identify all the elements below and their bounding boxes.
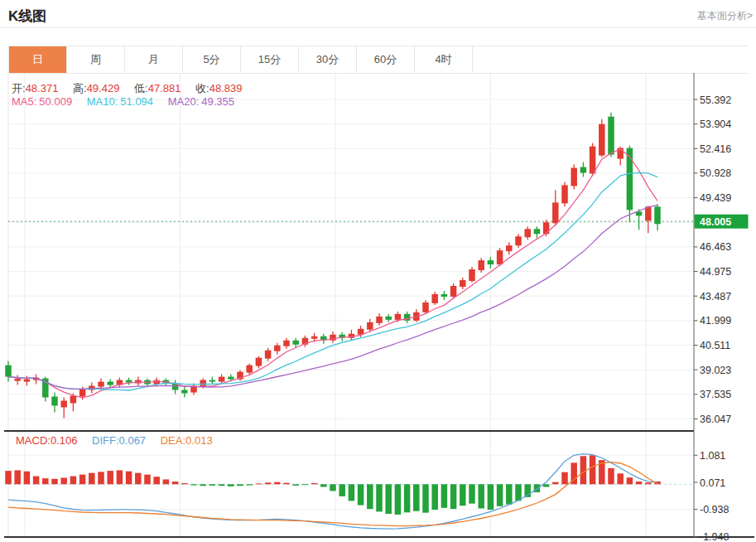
candle-body <box>645 206 652 220</box>
macd-hist-bar <box>395 484 402 515</box>
macd-hist-bar <box>256 483 262 484</box>
candle-body <box>478 260 484 270</box>
candle-body <box>385 317 392 320</box>
candle-body <box>70 396 77 404</box>
macd-hist-bar <box>219 484 225 486</box>
diff-label: DIFF: <box>92 434 119 447</box>
candle-body <box>209 380 216 382</box>
candle-body <box>24 380 31 382</box>
price-axis-label: 49.439 <box>700 192 731 204</box>
price-axis-label: 43.487 <box>700 291 731 302</box>
candle-body <box>107 382 113 385</box>
candle-body <box>51 397 58 406</box>
candle-body <box>460 280 466 287</box>
macd-hist-bar <box>636 482 643 484</box>
macd-hist-bar <box>441 484 448 508</box>
macd-hist-bar <box>246 484 253 485</box>
candle-body <box>14 379 21 381</box>
current-price-badge: 48.005 <box>695 215 749 229</box>
macd-hist-bar <box>552 482 559 485</box>
macd-axis-label: -0.938 <box>700 504 729 515</box>
candle-body <box>515 236 522 245</box>
ma5-label: MA5: <box>12 95 36 108</box>
macd-hist-bar <box>14 470 21 484</box>
candle-body <box>534 229 541 234</box>
macd-hist-bar <box>320 484 327 486</box>
candle-body <box>543 222 550 234</box>
macd-hist-bar <box>580 456 587 484</box>
macd-hist-bar <box>274 482 281 485</box>
macd-value: 0.106 <box>51 434 78 447</box>
macd-hist-bar <box>385 484 392 514</box>
macd-hist-bar <box>209 484 216 486</box>
candle-body <box>590 147 596 174</box>
macd-hist-bar <box>228 484 234 486</box>
macd-hist-bar <box>349 484 355 501</box>
macd-hist-bar <box>330 484 336 491</box>
macd-hist-bar <box>283 483 290 485</box>
ma10-line <box>8 172 657 390</box>
macd-hist-bar <box>469 484 475 503</box>
candle-body <box>274 346 281 351</box>
macd-hist-bar <box>534 484 541 492</box>
diff-value: 0.067 <box>119 434 147 447</box>
candle-body <box>60 400 67 407</box>
macd-hist-bar <box>506 484 513 504</box>
diff-line <box>8 454 657 529</box>
price-badge-value: 48.005 <box>700 216 731 228</box>
price-axis-label: 40.511 <box>700 340 730 351</box>
price-axis-label: 39.023 <box>700 365 731 376</box>
candle-body <box>265 351 272 359</box>
macd-hist-bar <box>413 484 420 511</box>
candle-body <box>292 341 299 345</box>
ma10-label: MA10: <box>87 95 118 108</box>
macd-hist-bar <box>608 468 614 484</box>
open-value: 48.371 <box>26 82 59 94</box>
kline-page: K线图 基本面分析> 日 周 月 5分 15分 30分 60分 4时 55.39… <box>0 0 756 542</box>
low-label: 低: <box>134 82 148 94</box>
macd-axis-label: 1.081 <box>700 450 725 462</box>
candle-body <box>580 167 587 173</box>
candle-body <box>404 314 411 321</box>
candle-body <box>654 206 661 224</box>
macd-group <box>5 454 661 529</box>
price-axis-label: 36.047 <box>700 414 731 425</box>
macd-hist-bar <box>98 472 104 484</box>
macd-hist-bar <box>51 479 58 484</box>
candle-body <box>431 294 438 303</box>
candle-body <box>422 302 429 312</box>
macd-label: MACD: <box>16 434 51 447</box>
macd-axis-label: 0.071 <box>700 477 725 489</box>
candle-body <box>256 358 262 366</box>
macd-hist-bar <box>590 455 596 484</box>
candle-body <box>561 185 568 203</box>
high-label: 高: <box>73 82 87 94</box>
ohlc-legend: 开:48.371 高:49.429 低:47.881 收:48.839 <box>12 81 253 96</box>
price-axis-label: 50.928 <box>700 167 731 179</box>
ma20-line <box>8 205 657 389</box>
panel-separator <box>4 430 694 432</box>
candle-body <box>311 336 318 339</box>
macd-hist-bar <box>497 484 503 506</box>
ma20-value: 49.355 <box>201 95 234 108</box>
candle-body <box>126 380 132 383</box>
price-axis-label: 44.975 <box>700 266 731 278</box>
dea-label: DEA: <box>161 434 185 447</box>
macd-hist-bar <box>460 484 466 506</box>
macd-hist-bar <box>488 484 494 510</box>
macd-hist-bar <box>617 473 624 484</box>
ma20-label: MA20: <box>168 95 200 108</box>
macd-hist-bar <box>367 484 373 509</box>
macd-hist-bar <box>89 473 95 485</box>
macd-hist-bar <box>627 477 633 484</box>
candle-body <box>376 317 383 323</box>
macd-axis-label: -1.948 <box>700 531 729 542</box>
macd-hist-bar <box>126 472 132 485</box>
candle-body <box>497 250 503 264</box>
macd-hist-bar <box>543 484 550 486</box>
price-axis-label: 41.999 <box>700 315 731 327</box>
candle-body <box>469 269 475 281</box>
candle-body <box>450 286 457 297</box>
open-label: 开: <box>12 82 26 94</box>
candle-body <box>571 168 577 186</box>
